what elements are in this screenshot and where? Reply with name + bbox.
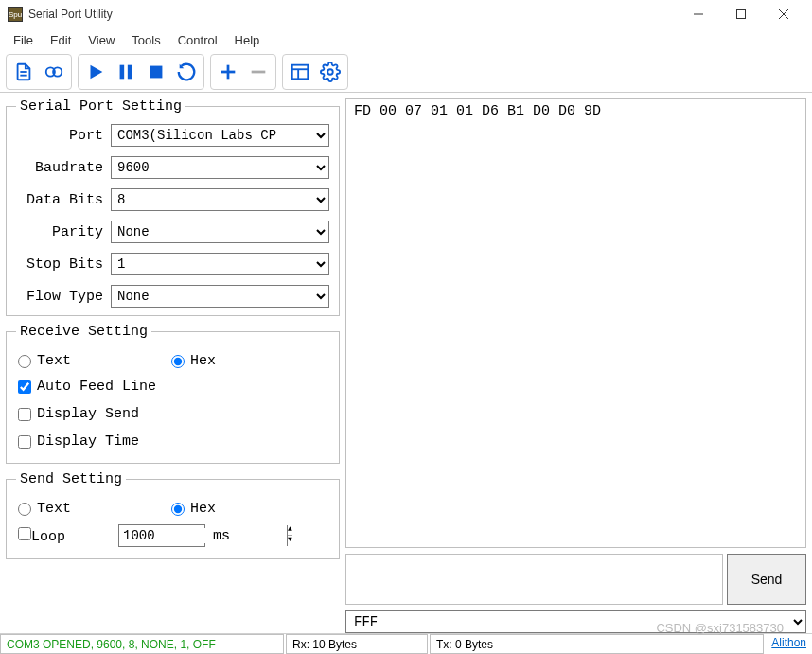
play-icon[interactable] xyxy=(80,57,111,87)
stopbits-select[interactable]: 1 xyxy=(111,253,329,275)
menu-tools[interactable]: Tools xyxy=(124,31,168,49)
menu-file[interactable]: File xyxy=(6,31,41,49)
loop-unit-label: ms xyxy=(213,528,230,544)
recv-text-radio[interactable] xyxy=(18,355,31,368)
remove-icon[interactable] xyxy=(243,57,274,87)
toolbar xyxy=(0,51,812,93)
reload-icon[interactable] xyxy=(171,57,202,87)
recv-legend: Receive Setting xyxy=(16,324,151,340)
loop-checkbox[interactable] xyxy=(18,527,31,540)
baudrate-select[interactable]: 9600 xyxy=(111,156,329,179)
svg-rect-15 xyxy=(292,64,309,79)
parity-label: Parity xyxy=(16,224,111,240)
loop-label: Loop xyxy=(31,529,65,545)
add-icon[interactable] xyxy=(213,57,243,87)
close-button[interactable] xyxy=(762,1,804,27)
recv-hex-label: Hex xyxy=(190,353,216,369)
status-link[interactable]: Alithon xyxy=(766,634,812,654)
port-label: Port xyxy=(16,128,111,144)
new-file-icon[interactable] xyxy=(9,57,39,87)
baudrate-label: Baudrate xyxy=(16,160,111,176)
svg-rect-9 xyxy=(120,64,125,79)
send-text-label: Text xyxy=(37,501,71,517)
send-setting-group: Send Setting Text Hex Loop ▲▼ ms xyxy=(6,471,340,559)
status-rx: Rx: 10 Bytes xyxy=(286,634,428,654)
minimize-button[interactable] xyxy=(677,1,719,27)
auto-feed-checkbox[interactable] xyxy=(18,380,31,394)
svg-marker-8 xyxy=(91,64,103,79)
menubar: File Edit View Tools Control Help xyxy=(0,28,812,51)
auto-feed-label: Auto Feed Line xyxy=(37,379,156,395)
settings-icon[interactable] xyxy=(315,57,345,87)
serial-port-setting-group: Serial Port Setting PortCOM3(Silicon Lab… xyxy=(6,98,340,316)
flowtype-label: Flow Type xyxy=(16,289,111,305)
port-select[interactable]: COM3(Silicon Labs CP xyxy=(111,124,329,147)
maximize-button[interactable] xyxy=(719,1,762,27)
titlebar: Spu Serial Port Utility xyxy=(0,0,812,28)
spin-down-icon[interactable]: ▼ xyxy=(288,536,292,546)
status-tx: Tx: 0 Bytes xyxy=(430,634,764,654)
window-icon[interactable] xyxy=(285,57,315,87)
loop-interval-input[interactable] xyxy=(119,528,287,543)
display-time-label: Display Time xyxy=(37,433,139,450)
menu-control[interactable]: Control xyxy=(170,31,225,49)
databits-label: Data Bits xyxy=(16,192,111,208)
svg-rect-10 xyxy=(128,64,132,79)
parity-select[interactable]: None xyxy=(111,221,329,243)
receive-data-area[interactable]: FD 00 07 01 01 D6 B1 D0 D0 9D xyxy=(345,98,806,548)
statusbar: COM3 OPENED, 9600, 8, NONE, 1, OFF Rx: 1… xyxy=(0,633,812,654)
menu-view[interactable]: View xyxy=(80,31,122,49)
window-title: Serial Port Utility xyxy=(28,8,677,21)
pause-icon[interactable] xyxy=(111,57,141,87)
send-button[interactable]: Send xyxy=(727,554,806,605)
record-icon[interactable] xyxy=(39,57,69,87)
databits-select[interactable]: 8 xyxy=(111,188,329,211)
send-hex-radio[interactable] xyxy=(171,503,185,516)
stopbits-label: Stop Bits xyxy=(16,256,111,273)
svg-rect-1 xyxy=(736,10,745,19)
menu-edit[interactable]: Edit xyxy=(43,31,79,49)
svg-point-18 xyxy=(327,69,333,75)
send-legend: Send Setting xyxy=(16,471,126,487)
send-hex-label: Hex xyxy=(190,501,216,517)
menu-help[interactable]: Help xyxy=(227,31,268,49)
loop-interval-spinner[interactable]: ▲▼ xyxy=(118,524,205,547)
send-history-combo[interactable]: FFF xyxy=(345,610,806,633)
display-time-checkbox[interactable] xyxy=(18,435,31,449)
display-send-label: Display Send xyxy=(37,406,139,422)
status-port: COM3 OPENED, 9600, 8, NONE, 1, OFF xyxy=(0,634,284,654)
receive-setting-group: Receive Setting Text Hex Auto Feed Line … xyxy=(6,324,340,464)
stop-icon[interactable] xyxy=(141,57,171,87)
send-text-radio[interactable] xyxy=(18,503,31,516)
recv-hex-radio[interactable] xyxy=(171,355,185,368)
send-input[interactable] xyxy=(345,554,723,605)
svg-rect-11 xyxy=(150,65,163,78)
recv-text-label: Text xyxy=(37,353,71,369)
serial-legend: Serial Port Setting xyxy=(16,98,185,115)
flowtype-select[interactable]: None xyxy=(111,285,329,308)
app-icon: Spu xyxy=(8,7,23,22)
display-send-checkbox[interactable] xyxy=(18,408,31,421)
